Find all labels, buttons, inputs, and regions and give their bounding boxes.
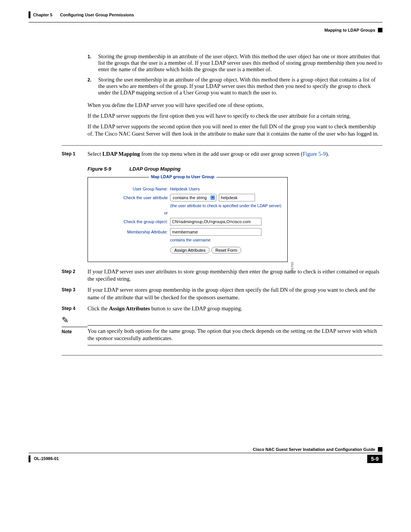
page-header: Chapter 5 Configuring User Group Permiss… <box>29 11 382 18</box>
user-group-name-label: User Group Name: <box>92 187 170 191</box>
figure-caption: Figure 5-9LDAP Group Mapping <box>88 166 382 172</box>
section-title: Mapping to LDAP Groups <box>324 28 375 32</box>
user-attr-hint: (the user attribute to check is specifie… <box>170 203 283 208</box>
footer-bar-icon <box>29 455 30 462</box>
chevron-down-icon <box>210 195 215 200</box>
list-num-2: 2. <box>88 77 98 96</box>
user-group-name-value: Helpdesk Users <box>170 187 200 191</box>
note-block: ✎ <box>62 316 382 325</box>
list-item-1: Storing the group membership in an attri… <box>98 53 382 73</box>
page-number: 5-9 <box>367 455 382 463</box>
header-box-icon <box>378 28 382 32</box>
check-group-label: Check the group object: <box>92 219 170 224</box>
contains-dropdown[interactable]: contains the string <box>170 194 217 201</box>
note-text: You can specify both options for the sam… <box>88 327 382 342</box>
list-num-1: 1. <box>88 53 98 73</box>
image-id: 186750 <box>290 262 294 273</box>
list-item-2: Storing the user membership in an attrib… <box>98 77 382 96</box>
or-label: or <box>92 211 170 215</box>
chapter-title: Configuring User Group Permissions <box>60 13 134 17</box>
footer-guide-title: Cisco NAC Guest Server Installation and … <box>253 447 376 452</box>
footer-doc-id: OL-15986-01 <box>34 456 59 461</box>
paragraph: If the LDAP server supports the first op… <box>88 112 382 120</box>
user-attribute-input[interactable] <box>219 194 255 201</box>
fieldset-legend: Map LDAP group to User Group <box>149 174 217 179</box>
step-label: Step 3 <box>62 286 88 301</box>
membership-attr-input[interactable] <box>170 228 261 236</box>
step-2: Step 2 If your LDAP server uses user att… <box>62 268 382 283</box>
step-label: Step 1 <box>62 150 88 158</box>
pencil-icon: ✎ <box>62 316 88 324</box>
check-user-attr-label: Check the user attribute <box>92 195 170 200</box>
assign-attributes-button[interactable]: Assign Attributes <box>170 247 210 254</box>
ldap-mapping-screenshot: Map LDAP group to User Group User Group … <box>88 177 288 262</box>
step-1: Step 1 Select LDAP Mapping from the top … <box>62 150 382 158</box>
page-footer: Cisco NAC Guest Server Installation and … <box>29 447 382 463</box>
step-separator <box>62 355 382 356</box>
numbered-list: 1. Storing the group membership in an at… <box>88 53 382 96</box>
step-3: Step 3 If your LDAP server stores group … <box>62 286 382 301</box>
header-bar-icon <box>29 11 30 18</box>
paragraph: When you define the LDAP server you will… <box>88 102 382 109</box>
footer-box-icon <box>378 447 382 452</box>
step-separator <box>62 145 382 146</box>
step-4: Step 4 Click the Assign Attributes butto… <box>62 305 382 312</box>
group-dn-input[interactable] <box>170 218 261 225</box>
chapter-label: Chapter 5 <box>33 13 53 17</box>
paragraph: If the LDAP server supports the second o… <box>88 123 382 137</box>
contains-username-text: contains the username <box>170 238 283 242</box>
note-label: Note <box>62 329 72 334</box>
membership-attr-label: Membership Attribute: <box>92 230 170 234</box>
step-label: Step 4 <box>62 305 88 312</box>
figure-link[interactable]: Figure 5-9 <box>303 151 326 157</box>
reset-form-button[interactable]: Reset Form <box>211 247 241 254</box>
step-label: Step 2 <box>62 268 88 283</box>
